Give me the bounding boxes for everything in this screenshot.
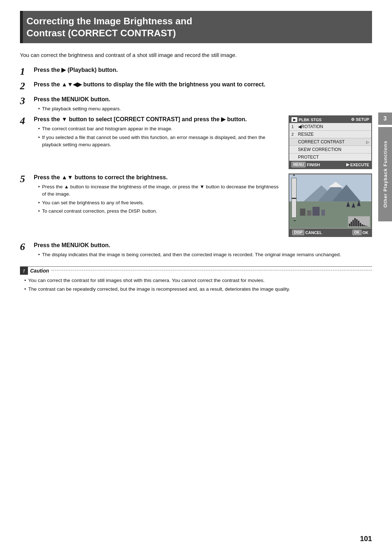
menu-item-protect: PROTECT <box>289 154 371 161</box>
step-2-content: Press the ▲▼◀▶ buttons to display the fi… <box>34 81 372 89</box>
step-4-bullet-1: The correct contrast bar and histogram a… <box>38 125 281 132</box>
menu-title: PLBK STGS <box>299 118 322 122</box>
chapter-tab: Other Playback Functions <box>378 127 392 221</box>
caution-dashes <box>51 270 372 270</box>
step-4-row: 4 Press the ▼ button to select [CORRECT … <box>20 115 372 169</box>
menu-item-skew: SKEW CORRECTION <box>289 146 371 154</box>
menu-item-num-protect <box>291 155 296 159</box>
menu-header: ▶ PLBK STGS ⚙ SETUP <box>289 116 371 123</box>
step-4-left: 4 Press the ▼ button to select [CORRECT … <box>20 115 281 150</box>
menu-item-num-skew <box>291 147 296 152</box>
step-3-text: Press the MENU/OK button. <box>34 95 372 103</box>
correct-contrast-arrow: ▷ <box>366 140 369 144</box>
menu-item-correct-contrast: CORRECT CONTRAST ▷ <box>289 138 371 146</box>
step-4-bullets: The correct contrast bar and histogram a… <box>38 125 281 148</box>
preview-footer: DISP CANCEL OK OK <box>289 229 371 236</box>
menu-item-label-resize: RESIZE <box>298 132 314 137</box>
menu-footer-execute: ▶ EXECUTE <box>346 162 369 167</box>
step-4-content: Press the ▼ button to select [CORRECT CO… <box>34 115 281 150</box>
menu-item-label-rotation: ◀ROTATION <box>298 124 323 129</box>
svg-rect-14 <box>349 224 350 226</box>
step-3-bullets: The playback setting menu appears. <box>38 105 372 113</box>
step-5-bullets: Press the ▲ button to increase the brigh… <box>38 183 281 214</box>
svg-rect-18 <box>356 219 358 226</box>
menu-footer-arrow: ▶ <box>346 162 349 167</box>
caution-bullets: You can correct the contrast for still i… <box>24 277 372 293</box>
menu-setup: ⚙ SETUP <box>351 117 369 122</box>
step-3-bullet-1: The playback setting menu appears. <box>38 105 372 113</box>
brightness-indicator <box>292 198 296 199</box>
menu-header-left: ▶ PLBK STGS <box>291 117 322 122</box>
svg-rect-19 <box>358 221 359 226</box>
svg-rect-21 <box>362 224 363 226</box>
preview-cancel-btn: DISP CANCEL <box>292 230 322 235</box>
step-1-content: Press the ▶ (Playback) button. <box>34 66 372 74</box>
disp-key: DISP <box>292 230 304 235</box>
svg-rect-17 <box>354 218 356 226</box>
step-number-3: 3 <box>20 95 32 107</box>
step-number-4: 4 <box>20 115 32 127</box>
step-5-bullet-1: Press the ▲ button to increase the brigh… <box>38 183 281 197</box>
intro-text: You can correct the brightness and contr… <box>20 51 372 60</box>
svg-rect-22 <box>363 225 365 226</box>
preview-ok-btn: OK OK <box>352 230 369 235</box>
brightness-plus: + <box>293 173 295 177</box>
svg-rect-8 <box>313 207 320 216</box>
chapter-number: 3 <box>378 113 392 125</box>
play-icon: ▶ <box>291 117 297 122</box>
ok-label: OK <box>363 230 369 235</box>
svg-rect-16 <box>352 220 354 226</box>
menu-footer: MENU FINISH ▶ EXECUTE <box>289 161 371 168</box>
menu-item-rotation: 1 ◀ROTATION <box>289 123 371 131</box>
menu-item-label-protect: PROTECT <box>298 155 319 160</box>
brightness-minus: − <box>293 218 296 223</box>
step-number-1: 1 <box>20 66 32 77</box>
camera-menu: ▶ PLBK STGS ⚙ SETUP 1 ◀ROTATION 2 RESIZE <box>289 115 372 169</box>
svg-rect-23 <box>365 226 367 226</box>
svg-rect-7 <box>307 210 311 216</box>
svg-rect-24 <box>367 226 368 226</box>
histogram <box>348 216 370 227</box>
step-3-content: Press the MENU/OK button. The playback s… <box>34 95 372 114</box>
title-line1: Correcting the Image Brightness and Cont… <box>26 15 366 39</box>
menu-item-num-1: 1 <box>291 124 296 129</box>
histogram-svg <box>348 216 370 227</box>
step-2: 2 Press the ▲▼◀▶ buttons to display the … <box>20 81 372 92</box>
cancel-label: CANCEL <box>305 230 322 235</box>
step-6: 6 Press the MENU/OK button. The display … <box>20 241 372 260</box>
menu-item-label-skew: SKEW CORRECTION <box>298 147 341 152</box>
caution-box: ! Caution You can correct the contrast f… <box>20 266 372 293</box>
page-number: 101 <box>360 535 372 543</box>
step-5-row: 5 Press the ▲▼ buttons to correct the br… <box>20 173 372 237</box>
menu-item-resize: 2 RESIZE <box>289 131 371 138</box>
step-number-6: 6 <box>20 241 32 253</box>
step-5-preview-panel: + − <box>289 173 372 237</box>
preview-image-area: + − <box>289 174 371 229</box>
menu-footer-finish: MENU FINISH <box>291 162 320 167</box>
menu-key-menu: MENU <box>291 162 306 167</box>
step-5-bullet-3: To cancel contrast correction, press the… <box>38 208 281 215</box>
caution-title: Caution <box>30 268 49 274</box>
svg-rect-15 <box>351 222 352 226</box>
main-content: Correcting the Image Brightness and Cont… <box>20 0 372 293</box>
menu-footer-finish-label: FINISH <box>307 163 320 167</box>
page: 3 Other Playback Functions Correcting th… <box>0 0 392 552</box>
section-title: Correcting the Image Brightness and Cont… <box>20 11 372 43</box>
step-5-bullet-2: You can set the brightness to any of fiv… <box>38 199 281 207</box>
step-6-bullets: The display indicates that the image is … <box>38 251 372 258</box>
ok-key: OK <box>352 230 362 235</box>
step-6-bullet-1: The display indicates that the image is … <box>38 251 372 258</box>
menu-item-num-cc <box>291 140 296 144</box>
step-3: 3 Press the MENU/OK button. The playback… <box>20 95 372 114</box>
step-5-text: Press the ▲▼ buttons to correct the brig… <box>34 173 281 181</box>
svg-rect-9 <box>321 210 325 216</box>
step-1: 1 Press the ▶ (Playback) button. <box>20 66 372 77</box>
step-6-text: Press the MENU/OK button. <box>34 241 372 249</box>
step-4-bullet-2: If you selected a file that cannot be us… <box>38 134 281 148</box>
step-4-text: Press the ▼ button to select [CORRECT CO… <box>34 115 281 123</box>
svg-rect-6 <box>300 209 305 216</box>
svg-rect-20 <box>360 223 361 226</box>
menu-item-label-correct-contrast: CORRECT CONTRAST <box>298 139 344 144</box>
step-4-menu-panel: ▶ PLBK STGS ⚙ SETUP 1 ◀ROTATION 2 RESIZE <box>289 115 372 169</box>
step-2-text: Press the ▲▼◀▶ buttons to display the fi… <box>34 81 372 89</box>
